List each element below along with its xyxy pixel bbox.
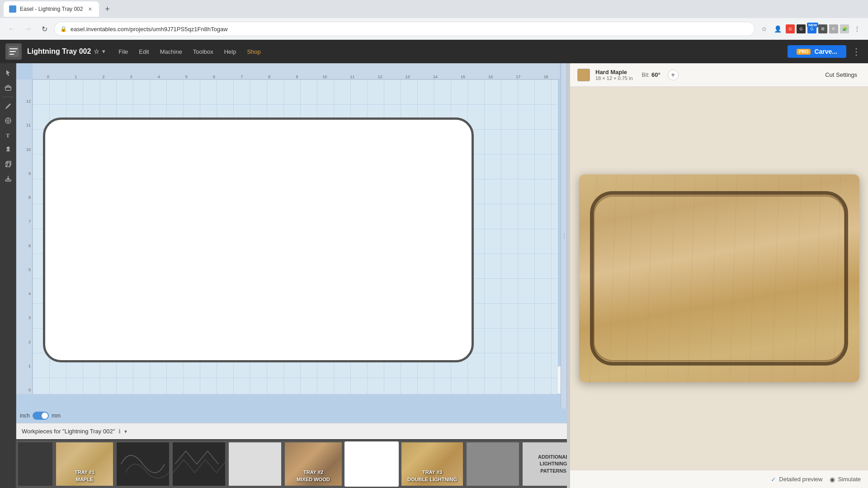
pro-badge: PRO <box>797 49 811 55</box>
tool-select[interactable] <box>2 67 14 80</box>
extensions-area: G G GNEW ⚙ P 🧩 <box>786 24 849 33</box>
ext-icon-3[interactable]: GNEW <box>807 24 816 33</box>
add-bit-button[interactable]: + <box>668 70 679 80</box>
tab-title: Easel - Lightning Tray 002 <box>20 6 83 12</box>
canvas-content[interactable] <box>33 80 558 394</box>
ext-icon-6[interactable]: 🧩 <box>840 24 849 33</box>
tab-favicon <box>9 5 16 13</box>
thumb-item-blank1[interactable] <box>466 441 520 487</box>
workpiece-info-icon[interactable]: ℹ <box>118 428 121 435</box>
title-dropdown-icon[interactable]: ▾ <box>102 48 105 55</box>
thumb-item-plain2[interactable] <box>344 441 399 487</box>
svg-point-4 <box>7 120 9 122</box>
preview-header: Hard Maple 18 × 12 × 0.75 in Bit: 60° + … <box>570 63 868 87</box>
tool-shape[interactable] <box>2 81 14 94</box>
browser-chrome: Easel - Lightning Tray 002 × + ← → ↻ 🔒 e… <box>0 0 868 40</box>
sidebar-divider-1 <box>3 97 14 97</box>
thumbnails-bar: TRAY #1MAPLE <box>16 439 567 488</box>
material-info: Hard Maple 18 × 12 × 0.75 in <box>595 69 633 81</box>
tool-apple[interactable] <box>2 143 14 156</box>
ext-icon-1[interactable]: G <box>786 24 795 33</box>
cut-settings-button[interactable]: Cut Settings <box>821 70 861 80</box>
app-menu: File Edit Machine Toolbox Help Shop <box>114 47 265 57</box>
ext-icon-2[interactable]: G <box>797 24 806 33</box>
thumb-item-tray3[interactable]: TRAY #3DOUBLE LIGHTNING <box>401 441 464 487</box>
tool-target[interactable] <box>2 114 14 127</box>
material-name: Hard Maple <box>595 69 633 75</box>
menu-toolbox[interactable]: Toolbox <box>189 47 218 57</box>
app-logo <box>5 43 22 60</box>
unit-toggle-switch[interactable] <box>33 412 49 420</box>
design-shape[interactable] <box>43 117 474 363</box>
ruler-top-content: 0 1 2 3 4 5 6 7 8 9 10 11 12 13 <box>33 75 560 79</box>
unit-toggle: inch mm <box>20 412 61 420</box>
menu-help[interactable]: Help <box>220 47 241 57</box>
thumb-item-pattern1[interactable] <box>116 441 170 487</box>
header-right: PRO Carve... ⋮ <box>788 44 863 59</box>
address-bar[interactable]: 🔒 easel.inventables.com/projects/umh9J71… <box>54 22 755 36</box>
back-button[interactable]: ← <box>5 23 18 35</box>
bit-info: Bit: 60° <box>642 71 660 78</box>
new-tab-button[interactable]: + <box>101 3 113 15</box>
bit-label: Bit: <box>642 72 650 78</box>
ext-icon-4[interactable]: ⚙ <box>818 24 827 33</box>
right-preview-panel: Hard Maple 18 × 12 × 0.75 in Bit: 60° + … <box>570 63 868 488</box>
menu-file[interactable]: File <box>114 47 132 57</box>
bookmark-icon[interactable]: ☆ <box>759 23 769 34</box>
kebab-menu-button[interactable]: ⋮ <box>850 44 863 59</box>
thumb-item-tray2[interactable]: TRAY #2MIXED WOOD <box>284 441 343 487</box>
simulate-icon: ◉ <box>830 476 835 483</box>
svg-text:T: T <box>6 132 10 139</box>
menu-edit[interactable]: Edit <box>134 47 153 57</box>
workpiece-dropdown[interactable]: ▾ <box>124 428 127 435</box>
detailed-preview-label: Detailed preview <box>779 476 822 483</box>
url-text: easel.inventables.com/projects/umh9J71PS… <box>71 26 749 33</box>
panel-divider[interactable]: ⋮ <box>561 63 567 408</box>
tab-bar: Easel - Lightning Tray 002 × + <box>0 0 868 18</box>
unit-mm-label: mm <box>52 413 61 419</box>
toggle-knob <box>42 413 48 419</box>
active-tab[interactable]: Easel - Lightning Tray 002 × <box>4 1 99 17</box>
ruler-left-content: 0 1 2 3 4 5 6 7 8 9 10 11 12 <box>26 80 32 394</box>
tool-pen[interactable] <box>2 100 14 113</box>
svg-marker-2 <box>5 85 11 87</box>
carve-button[interactable]: PRO Carve... <box>788 45 846 58</box>
thumb-item-plain1[interactable] <box>228 441 282 487</box>
wood-preview <box>579 174 859 382</box>
workpiece-bar: Workpieces for "Lightning Tray 002" ℹ ▾ <box>16 423 567 439</box>
settings-icon[interactable]: ⋮ <box>852 23 863 34</box>
ruler-top: 0 1 2 3 4 5 6 7 8 9 10 11 12 13 <box>33 63 560 80</box>
check-icon: ✓ <box>771 476 776 483</box>
app-header: Lightning Tray 002 ☆ ▾ File Edit Machine… <box>0 40 868 63</box>
carved-design-inner <box>593 195 845 361</box>
browser-icons: ☆ 👤 G G GNEW ⚙ P 🧩 ⋮ <box>759 23 863 34</box>
left-sidebar: T <box>0 63 16 488</box>
ext-icon-5[interactable]: P <box>829 24 838 33</box>
menu-shop[interactable]: Shop <box>242 47 265 57</box>
tool-box[interactable] <box>2 158 14 170</box>
canvas-wrapper: 0 1 2 3 4 5 6 7 8 9 10 11 12 13 <box>16 63 567 408</box>
menu-machine[interactable]: Machine <box>156 47 187 57</box>
thumb-item-tray1[interactable]: TRAY #1MAPLE <box>55 441 114 487</box>
canvas-bottom-bar: inch mm <box>16 408 567 423</box>
simulate-button[interactable]: ◉ Simulate <box>830 476 861 483</box>
app-title: Lightning Tray 002 ☆ ▾ <box>27 47 105 56</box>
thumb-item-prev1[interactable] <box>17 441 53 487</box>
thumb-item-pattern2[interactable] <box>172 441 226 487</box>
profile-icon[interactable]: 👤 <box>772 23 783 34</box>
thumb-item-additional[interactable]: ADDITIONALLIGHTNINGPATTERNS <box>522 441 567 487</box>
forward-button[interactable]: → <box>22 23 34 35</box>
unit-inch-label: inch <box>20 413 30 419</box>
main-content: T 0 1 2 3 4 <box>0 63 868 488</box>
tool-import[interactable] <box>2 172 14 185</box>
reload-button[interactable]: ↻ <box>38 23 51 35</box>
grid-background <box>33 80 558 394</box>
canvas-area: 0 1 2 3 4 5 6 7 8 9 10 11 12 13 <box>16 63 567 488</box>
tab-close-button[interactable]: × <box>86 5 94 13</box>
ruler-left: 0 1 2 3 4 5 6 7 8 9 10 11 12 <box>16 80 33 394</box>
favorite-icon[interactable]: ☆ <box>94 48 99 55</box>
tool-text[interactable]: T <box>2 129 14 141</box>
svg-rect-13 <box>5 180 11 181</box>
detailed-preview-button[interactable]: ✓ Detailed preview <box>771 476 822 483</box>
bit-value: 60° <box>651 71 660 78</box>
